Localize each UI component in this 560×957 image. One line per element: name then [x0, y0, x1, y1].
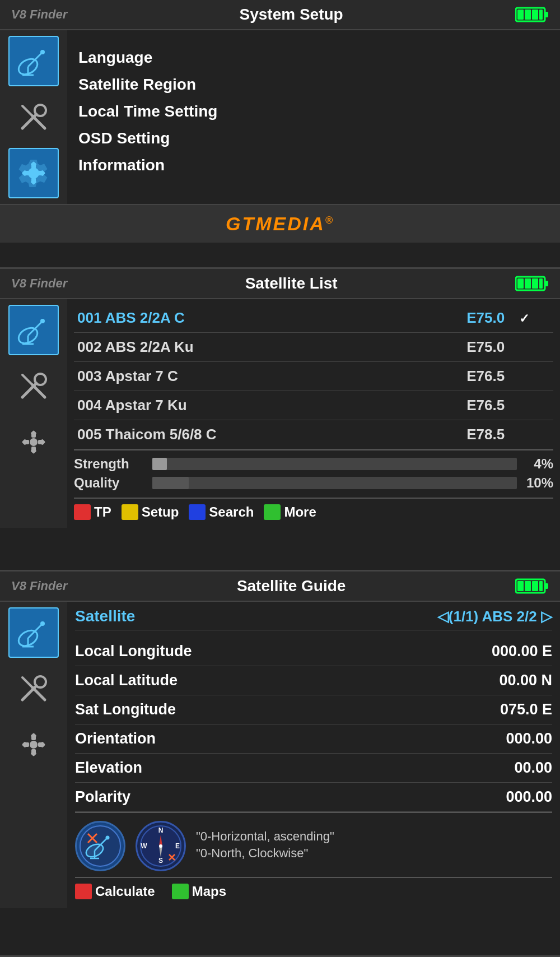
menu-information[interactable]: Information [78, 152, 549, 179]
svg-rect-28 [532, 278, 538, 289]
sat-num: 004 Apstar 7 Ku [74, 391, 399, 420]
satellite-list-content: 001 ABS 2/2A C E75.0 ✓ 002 ABS 2/2A Ku E… [67, 299, 560, 528]
search-button[interactable]: Search [189, 504, 254, 520]
compass-area: N S W E "0- [75, 812, 552, 877]
polarity-val: 000.00 [506, 788, 552, 806]
quality-bar-bg [152, 477, 517, 489]
svg-rect-49 [545, 583, 548, 589]
guide-elevation-row: Elevation 00.00 [75, 754, 552, 783]
sidebar-tools-icon-3[interactable] [8, 663, 59, 714]
sat-pos: E78.5 [399, 420, 516, 449]
device-name-2: V8 Finder [11, 276, 67, 291]
sidebar-3 [0, 602, 67, 908]
guide-satellite-label: Satellite [75, 607, 135, 625]
menu-satellite-region[interactable]: Satellite Region [78, 71, 549, 98]
local-longitude-key: Local Longitude [75, 643, 192, 660]
elevation-val: 00.00 [514, 759, 552, 777]
svg-rect-1 [545, 12, 548, 17]
guide-content: Satellite ◁(1/1) ABS 2/2 ▷ Local Longitu… [67, 602, 560, 908]
sidebar-2 [0, 299, 67, 528]
sidebar-dish-icon-2[interactable] [8, 305, 59, 355]
sat-pos: E75.0 [399, 304, 516, 333]
panel-satellite-guide: V8 Finder Satellite Guide [0, 572, 560, 957]
svg-rect-4 [532, 10, 538, 20]
svg-line-62 [22, 677, 35, 690]
svg-point-36 [35, 374, 46, 385]
compass-text-2: "0-North, Clockwise" [196, 846, 552, 861]
panel-satellite-list: V8 Finder Satellite List [0, 269, 560, 572]
table-row[interactable]: 001 ABS 2/2A C E75.0 ✓ [74, 304, 553, 333]
calculate-button[interactable]: Calculate [75, 884, 155, 899]
more-button[interactable]: More [264, 504, 316, 520]
button-bar-2: TP Setup Search More [74, 498, 553, 523]
compass-text-1: "0-Horizontal, ascending" [196, 829, 552, 844]
svg-point-15 [30, 169, 38, 177]
svg-point-75 [106, 836, 110, 840]
table-row[interactable]: 002 ABS 2/2A Ku E75.0 [74, 333, 553, 362]
satellite-guide-header: V8 Finder Satellite Guide [0, 572, 560, 602]
svg-rect-51 [525, 581, 531, 591]
quality-bar-fill [152, 477, 189, 489]
compass-text-block: "0-Horizontal, ascending" "0-North, Cloc… [196, 829, 552, 863]
yellow-dot [122, 504, 138, 520]
red-dot [74, 504, 91, 520]
battery-icon-2 [515, 275, 549, 292]
more-label: More [284, 504, 316, 520]
svg-point-39 [30, 438, 38, 446]
quality-row: Quality 10% [74, 475, 553, 491]
svg-rect-50 [517, 581, 524, 591]
sidebar-gear-icon-2[interactable] [8, 417, 59, 467]
svg-rect-52 [532, 581, 538, 591]
strength-pct: 4% [522, 456, 553, 472]
gtmedia-bar: GTMEDIA® [0, 204, 560, 243]
gtmedia-logo: GTMEDIA® [226, 213, 334, 234]
tp-label: TP [94, 504, 111, 520]
svg-point-32 [40, 319, 45, 323]
sat-longitude-key: Sat Longitude [75, 701, 176, 718]
sidebar-gear-icon[interactable] [8, 148, 59, 198]
svg-text:N: N [158, 826, 164, 834]
sat-check: ✓ [516, 304, 553, 333]
guide-satellite-nav[interactable]: ◁(1/1) ABS 2/2 ▷ [437, 608, 552, 625]
sidebar-tools-icon-2[interactable] [8, 361, 59, 411]
screen-title-1: System Setup [240, 6, 343, 24]
strength-row: Strength 4% [74, 456, 553, 472]
sat-num: 002 ABS 2/2A Ku [74, 333, 399, 362]
sidebar-tools-icon[interactable] [8, 92, 59, 142]
guide-local-latitude-row: Local Latitude 00.00 N [75, 666, 552, 695]
svg-text:W: W [141, 842, 147, 850]
table-row[interactable]: 003 Apstar 7 C E76.5 [74, 362, 553, 391]
setup-button[interactable]: Setup [122, 504, 179, 520]
sat-pos: E76.5 [399, 391, 516, 420]
svg-rect-53 [539, 581, 543, 591]
svg-rect-2 [517, 10, 524, 20]
menu-local-time[interactable]: Local Time Setting [78, 98, 549, 125]
menu-language[interactable]: Language [78, 44, 549, 71]
tp-button[interactable]: TP [74, 504, 111, 520]
table-row[interactable]: 004 Apstar 7 Ku E76.5 [74, 391, 553, 420]
battery-icon-3 [515, 577, 549, 595]
svg-point-8 [40, 50, 45, 54]
battery-icon-1 [515, 6, 549, 24]
svg-text:E: E [175, 842, 180, 850]
strength-bar-fill [152, 458, 167, 470]
svg-point-87 [159, 844, 162, 848]
device-name-3: V8 Finder [11, 579, 67, 593]
sidebar-dish-icon[interactable] [8, 36, 59, 86]
sat-check [516, 333, 553, 362]
maps-button[interactable]: Maps [172, 884, 226, 899]
orientation-val: 000.00 [506, 730, 552, 747]
sidebar-dish-icon-3[interactable] [8, 607, 59, 658]
guide-polarity-row: Polarity 000.00 [75, 783, 552, 812]
svg-rect-26 [517, 278, 524, 289]
button-bar-3: Calculate Maps [75, 877, 552, 903]
panel-system-setup: V8 Finder System Setup [0, 0, 560, 269]
svg-point-12 [35, 105, 46, 116]
menu-osd-setting[interactable]: OSD Setting [78, 125, 549, 152]
sidebar-gear-icon-3[interactable] [8, 719, 59, 770]
satellite-table: 001 ABS 2/2A C E75.0 ✓ 002 ABS 2/2A Ku E… [74, 304, 553, 449]
system-menu-list: Language Satellite Region Local Time Set… [78, 44, 549, 179]
setup-label: Setup [142, 504, 179, 520]
table-row[interactable]: 005 Thaicom 5/6/8 C E78.5 [74, 420, 553, 449]
svg-rect-29 [539, 278, 543, 289]
